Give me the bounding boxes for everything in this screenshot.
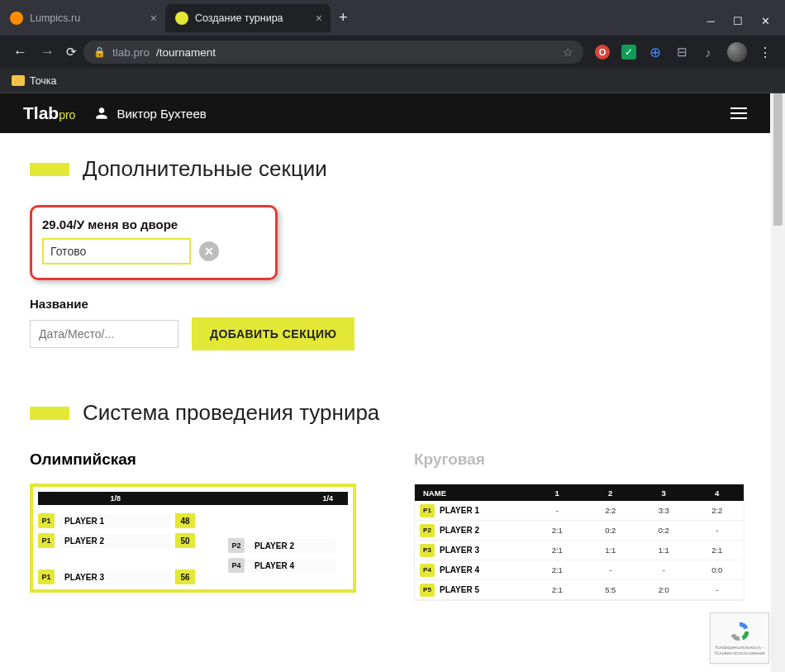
section-heading: Система проведения турнира: [30, 400, 740, 426]
site-logo[interactable]: Tlabpro: [23, 103, 75, 123]
maximize-icon[interactable]: ☐: [733, 15, 743, 27]
favicon-icon: [10, 12, 23, 25]
section-item-title: 29.04/У меня во дворе: [42, 217, 264, 231]
table-row: P1PLAYER 1-2:23:32:2: [415, 501, 744, 521]
system-option-title[interactable]: Круговая: [414, 450, 745, 469]
extension-icon[interactable]: ⊕: [648, 45, 663, 60]
user-name: Виктор Бухтеев: [117, 107, 206, 121]
recaptcha-icon: [727, 620, 752, 643]
remove-section-icon[interactable]: ✕: [199, 241, 219, 261]
browser-tab-active[interactable]: Создание турнира ×: [165, 4, 331, 32]
browser-tab-strip: Lumpics.ru × Создание турнира × + ─ ☐ ✕: [0, 0, 785, 36]
table-row: P2PLAYER 22:10:20:2-: [415, 521, 744, 541]
hamburger-menu-icon[interactable]: [730, 107, 747, 119]
field-label: Название: [30, 297, 740, 311]
scrollbar-thumb[interactable]: [773, 93, 783, 226]
add-section-button[interactable]: ДОБАВИТЬ СЕКЦИЮ: [192, 317, 354, 350]
table-row: P3PLAYER 32:11:11:12:1: [415, 541, 744, 560]
section-name-input[interactable]: [30, 320, 178, 348]
bracket-round-label: 1/8: [38, 492, 193, 505]
close-window-icon[interactable]: ✕: [761, 15, 770, 27]
star-icon[interactable]: ☆: [563, 45, 573, 59]
section-heading: Дополнительные секции: [30, 156, 740, 182]
close-tab-icon[interactable]: ×: [150, 12, 157, 25]
tab-title: Создание турнира: [195, 12, 283, 24]
bracket-preview[interactable]: 1/8 1/4 P1PLAYER 148 P1PLAYER 250 P1PLAY…: [30, 484, 356, 593]
section-value-input[interactable]: [42, 238, 191, 265]
extension-icon[interactable]: ⊟: [674, 45, 689, 60]
table-row: P4PLAYER 42:1--0:0: [415, 560, 744, 580]
heading-accent-bar: [30, 407, 69, 420]
address-bar: ← → ⟳ 🔒 tlab.pro/tournament ☆ O ✓ ⊕ ⊟ ♪ …: [0, 36, 785, 69]
bracket-player-row: P1PLAYER 356: [38, 570, 195, 584]
reload-icon[interactable]: ⟳: [66, 45, 77, 60]
tab-title: Lumpics.ru: [30, 12, 80, 24]
round-robin-preview[interactable]: NAME 1 2 3 4 P1PLAYER 1-2:23:32:2 P2PLAY…: [414, 484, 745, 601]
bookmark-item[interactable]: Точка: [30, 75, 57, 87]
browser-menu-icon[interactable]: ⋮: [759, 45, 772, 60]
heading-accent-bar: [30, 163, 69, 176]
bracket-player-row: P4PLAYER 4: [228, 558, 335, 573]
extension-icon[interactable]: O: [595, 45, 610, 60]
extension-icon[interactable]: ✓: [621, 45, 636, 60]
url-host: tlab.pro: [112, 46, 150, 59]
lock-icon: 🔒: [93, 46, 106, 58]
close-tab-icon[interactable]: ×: [316, 12, 322, 25]
recaptcha-text: Конфиденциальность - Условия использован…: [714, 645, 765, 655]
user-icon: [93, 105, 110, 122]
bookmarks-bar: Точка: [0, 69, 785, 93]
bracket-player-row: P2PLAYER 2: [228, 538, 335, 553]
favicon-icon: [175, 12, 188, 25]
nav-back-icon[interactable]: ←: [13, 44, 27, 60]
scrollbar-track[interactable]: [771, 93, 785, 672]
new-tab-button[interactable]: +: [331, 9, 356, 26]
url-input[interactable]: 🔒 tlab.pro/tournament ☆: [83, 41, 583, 64]
browser-tab[interactable]: Lumpics.ru ×: [0, 4, 165, 32]
site-header: Tlabpro Виктор Бухтеев: [0, 93, 770, 133]
bracket-player-row: P1PLAYER 250: [38, 533, 195, 548]
table-row: P5PLAYER 52:15:52:0-: [415, 580, 744, 600]
url-path: /tournament: [156, 46, 216, 59]
section-card-highlighted: 29.04/У меня во дворе ✕: [30, 205, 278, 280]
profile-avatar[interactable]: [727, 42, 747, 62]
folder-icon: [12, 75, 25, 86]
recaptcha-badge[interactable]: Конфиденциальность - Условия использован…: [710, 612, 769, 664]
media-icon[interactable]: ♪: [701, 45, 716, 60]
bracket-round-label: 1/4: [193, 492, 349, 505]
minimize-icon[interactable]: ─: [707, 15, 715, 27]
nav-forward-icon[interactable]: →: [40, 44, 55, 60]
user-profile[interactable]: Виктор Бухтеев: [93, 105, 206, 122]
bracket-player-row: P1PLAYER 148: [38, 513, 195, 528]
system-option-title[interactable]: Олимпийская: [30, 450, 356, 469]
